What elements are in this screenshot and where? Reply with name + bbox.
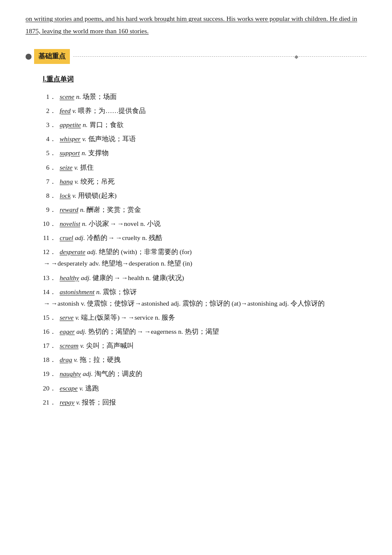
- vocab-item: 14． astonishment n. 震惊；惊讶 →→astonish v. …: [43, 286, 366, 309]
- vocab-def: 绞死；吊死: [81, 176, 115, 187]
- vocab-item: 13． healthy adj. 健康的→→health n. 健康(状况): [43, 272, 366, 283]
- vocab-pos: v.: [76, 396, 81, 408]
- vocab-num: 15．: [43, 312, 56, 323]
- vocab-item: 12． desperate adj. 绝望的 (with)；非常需要的 (for…: [43, 246, 366, 269]
- vocab-extra: →→desperately adv. 绝望地→desperation n. 绝望…: [43, 257, 366, 269]
- vocab-word: novelist: [60, 218, 80, 229]
- vocab-num: 17．: [43, 340, 56, 351]
- vocab-item: 7． hang v. 绞死；吊死: [43, 176, 366, 187]
- vocab-pos: n.: [82, 218, 87, 229]
- vocab-item: 19． naughty adj. 淘气的；调皮的: [43, 368, 366, 379]
- vocab-pos: v.: [80, 340, 84, 351]
- vocab-def: 冷酷的: [87, 232, 107, 243]
- vocab-pos: adj.: [81, 272, 91, 283]
- vocab-item: 8． lock v. 用锁锁(起来): [43, 190, 366, 201]
- vocab-pos: v.: [79, 382, 84, 394]
- vocab-num: 12．: [43, 246, 56, 257]
- vocab-heading: Ⅰ.重点单词: [43, 73, 366, 86]
- vocab-num: 4．: [43, 133, 56, 145]
- vocab-num: 13．: [43, 272, 56, 283]
- vocab-word: scream: [60, 340, 78, 351]
- vocab-item: 5． support n. 支撑物: [43, 147, 366, 159]
- vocab-word: seize: [60, 162, 72, 173]
- vocab-pos: n.: [96, 286, 101, 298]
- vocab-word: lock: [60, 190, 71, 201]
- vocab-word: reward: [60, 204, 78, 215]
- vocab-def: 绝望的 (with)；非常需要的 (for): [99, 246, 192, 257]
- vocab-word: serve: [60, 312, 74, 323]
- vocab-pos: v.: [74, 354, 78, 365]
- vocab-num: 14．: [43, 286, 56, 298]
- vocab-num: 2．: [43, 105, 56, 116]
- vocab-word: healthy: [60, 272, 79, 283]
- vocab-num: 16．: [43, 326, 56, 337]
- vocab-word: repay: [60, 396, 75, 408]
- arrow-icon: →: [137, 326, 144, 337]
- vocab-word: feed: [60, 105, 71, 116]
- vocab-num: 5．: [43, 147, 56, 159]
- vocab-section: Ⅰ.重点单词 1． scene n. 场景；场面2． feed v. 喂养；为……: [26, 73, 366, 408]
- vocab-item: 9． reward n. 酬谢；奖赏；赏金: [43, 204, 366, 215]
- vocab-pos: adj.: [75, 232, 85, 243]
- vocab-def: 逃跑: [85, 382, 99, 394]
- arrow-icon: →: [121, 312, 127, 323]
- vocab-item: 21． repay v. 报答；回报: [43, 396, 366, 408]
- vocab-item: 18． drag v. 拖；拉；硬拽: [43, 354, 366, 365]
- vocab-word: drag: [60, 354, 72, 365]
- vocab-extra: →health n. 健康(状况): [121, 272, 184, 283]
- vocab-extra: →novel n. 小说: [117, 218, 160, 229]
- vocab-def: 震惊；惊讶: [103, 286, 137, 298]
- vocab-pos: n.: [83, 119, 88, 130]
- vocab-num: 3．: [43, 119, 56, 130]
- vocab-num: 1．: [43, 91, 56, 102]
- vocab-word: support: [60, 147, 80, 159]
- vocab-def: 抓住: [80, 162, 94, 173]
- vocab-item: 17． scream v. 尖叫；高声喊叫: [43, 340, 366, 351]
- vocab-extra: →cruelty n. 残酷: [115, 232, 162, 243]
- vocab-item: 4． whisper v. 低声地说；耳语: [43, 133, 366, 145]
- vocab-item: 10． novelist n. 小说家→→novel n. 小说: [43, 218, 366, 229]
- vocab-pos: adj.: [83, 368, 93, 379]
- vocab-word: desperate: [60, 246, 85, 257]
- vocab-extra: →service n. 服务: [128, 312, 175, 323]
- vocab-num: 20．: [43, 382, 56, 394]
- vocab-def: 支撑物: [88, 147, 109, 159]
- vocab-item: 15． serve v. 端上(饭菜等)→→service n. 服务: [43, 312, 366, 323]
- vocab-pos: v.: [75, 176, 79, 187]
- vocab-pos: v.: [82, 133, 86, 145]
- vocab-extra: →eagerness n. 热切；渴望: [144, 326, 219, 337]
- vocab-pos: adj.: [87, 246, 97, 257]
- vocab-def: 小说家: [89, 218, 109, 229]
- vocab-pos: adj.: [76, 326, 86, 337]
- vocab-item: 1． scene n. 场景；场面: [43, 91, 366, 102]
- vocab-word: escape: [60, 382, 78, 394]
- section-divider: [73, 56, 366, 57]
- vocab-pos: n.: [80, 204, 85, 215]
- vocab-num: 7．: [43, 176, 56, 187]
- vocab-def: 尖叫；高声喊叫: [86, 340, 134, 351]
- vocab-def: 健康的: [92, 272, 113, 283]
- vocab-item: 20． escape v. 逃跑: [43, 382, 366, 394]
- vocab-def: 报答；回报: [82, 396, 116, 408]
- arrow-icon: →: [108, 232, 115, 243]
- vocab-def: 场景；场面: [83, 91, 117, 102]
- vocab-def: 淘气的；调皮的: [95, 368, 142, 379]
- vocab-item: 2． feed v. 喂养；为……提供食品: [43, 105, 366, 116]
- vocab-num: 10．: [43, 218, 56, 229]
- arrow-icon: →: [114, 272, 121, 283]
- vocab-list: 1． scene n. 场景；场面2． feed v. 喂养；为……提供食品3．…: [43, 91, 366, 408]
- vocab-pos: v.: [75, 312, 80, 323]
- vocab-word: whisper: [60, 133, 81, 145]
- vocab-def: 胃口；食欲: [89, 119, 124, 130]
- vocab-extra: →→astonish v. 使震惊；使惊讶→astonished adj. 震惊…: [43, 298, 366, 309]
- vocab-item: 16． eager adj. 热切的；渴望的→→eagerness n. 热切；…: [43, 326, 366, 337]
- vocab-def: 端上(饭菜等): [81, 312, 119, 323]
- vocab-word: appetite: [60, 119, 81, 130]
- vocab-def: 酬谢；奖赏；赏金: [86, 204, 141, 215]
- vocab-word: scene: [60, 91, 74, 102]
- vocab-word: cruel: [60, 232, 73, 243]
- vocab-num: 9．: [43, 204, 56, 215]
- vocab-num: 18．: [43, 354, 56, 365]
- vocab-item: 11． cruel adj. 冷酷的→→cruelty n. 残酷: [43, 232, 366, 243]
- vocab-num: 11．: [43, 232, 56, 243]
